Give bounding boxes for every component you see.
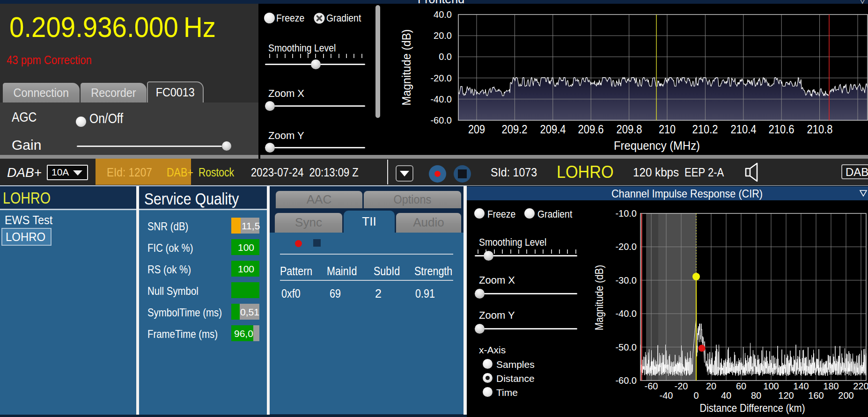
svg-text:-20: -20 <box>675 381 688 391</box>
svg-text:210.6: 210.6 <box>769 123 794 136</box>
svg-text:-40: -40 <box>660 390 673 401</box>
svg-text:210.4: 210.4 <box>731 123 757 136</box>
svg-text:Frequency (MHz): Frequency (MHz) <box>614 139 700 153</box>
svg-text:160: 160 <box>808 390 824 401</box>
svg-text:-20.0: -20.0 <box>430 73 452 83</box>
svg-text:40: 40 <box>721 390 731 401</box>
svg-text:200: 200 <box>838 390 853 401</box>
svg-text:210: 210 <box>659 123 676 136</box>
svg-text:Distance Difference (km): Distance Difference (km) <box>700 402 805 414</box>
svg-text:-20.0: -20.0 <box>615 241 637 252</box>
svg-text:-60.0: -60.0 <box>615 375 637 386</box>
svg-text:-30.0: -30.0 <box>615 275 637 285</box>
svg-text:-60: -60 <box>645 381 658 391</box>
svg-text:-10.0: -10.0 <box>615 208 637 219</box>
svg-text:20.0: 20.0 <box>434 30 452 41</box>
svg-text:-50.0: -50.0 <box>615 342 637 352</box>
svg-text:-40.0: -40.0 <box>615 308 637 319</box>
svg-text:209.2: 209.2 <box>502 123 528 136</box>
svg-text:Magnitude (dB): Magnitude (dB) <box>400 29 413 106</box>
svg-text:209: 209 <box>468 123 485 136</box>
svg-text:140: 140 <box>793 381 809 391</box>
svg-text:-40.0: -40.0 <box>430 94 452 104</box>
svg-text:120: 120 <box>778 390 794 401</box>
svg-text:80: 80 <box>751 390 761 401</box>
svg-text:20: 20 <box>706 381 716 391</box>
svg-text:209.6: 209.6 <box>578 123 604 136</box>
svg-text:0: 0 <box>693 390 699 401</box>
svg-text:180: 180 <box>823 381 839 391</box>
svg-text:209.8: 209.8 <box>617 123 642 136</box>
svg-text:209.4: 209.4 <box>540 123 566 136</box>
svg-text:60: 60 <box>736 381 746 391</box>
svg-text:Magnitude (dB): Magnitude (dB) <box>593 265 605 330</box>
svg-text:210.2: 210.2 <box>692 123 718 136</box>
svg-text:210.8: 210.8 <box>807 123 833 136</box>
svg-text:0.0: 0.0 <box>439 51 452 62</box>
svg-text:100: 100 <box>763 381 779 391</box>
svg-text:220: 220 <box>853 381 868 391</box>
svg-text:-60.0: -60.0 <box>430 115 452 125</box>
svg-text:40.0: 40.0 <box>434 9 452 20</box>
